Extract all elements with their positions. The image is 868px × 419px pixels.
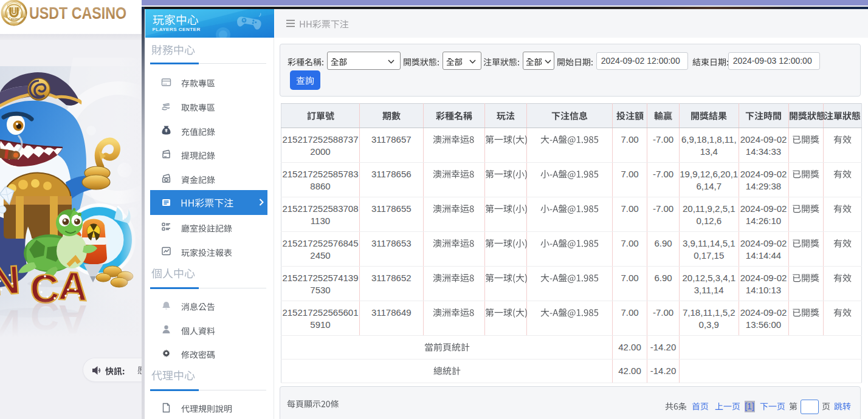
svg-text:N: N	[0, 257, 21, 304]
svg-text:Casino: Casino	[9, 17, 20, 21]
svg-text:USDT CASINO: USDT CASINO	[29, 4, 126, 22]
